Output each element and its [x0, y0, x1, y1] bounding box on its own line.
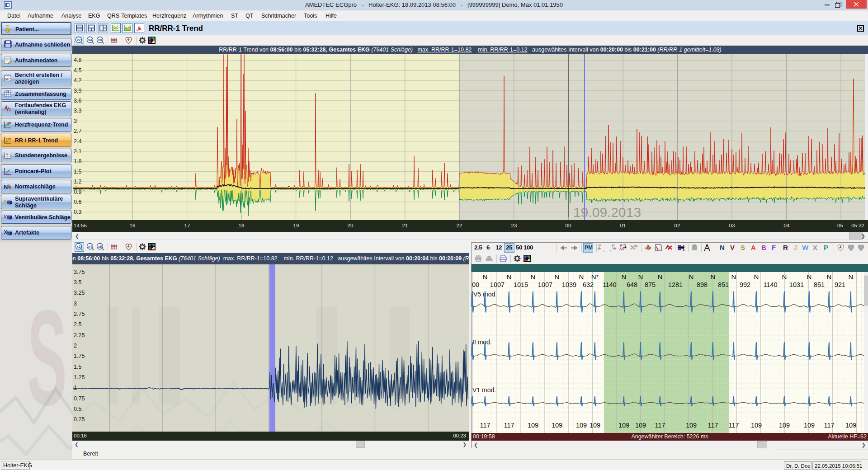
svg-text:x2: x2	[77, 244, 80, 249]
svg-text:N: N	[622, 273, 627, 281]
svg-text:648: 648	[627, 281, 637, 288]
svg-text:117: 117	[728, 422, 739, 429]
svg-text:N: N	[555, 273, 560, 281]
svg-text:1.5: 1.5	[74, 364, 81, 370]
svg-text:117: 117	[708, 422, 718, 429]
svg-text:N: N	[638, 273, 643, 281]
svg-text:3.75: 3.75	[74, 269, 85, 275]
svg-text:109: 109	[804, 422, 815, 429]
svg-text:2.5: 2.5	[74, 321, 81, 328]
svg-text:1140: 1140	[763, 281, 777, 288]
svg-text:19.09.2013: 19.09.2013	[573, 205, 641, 220]
svg-text:1.5: 1.5	[74, 169, 81, 175]
svg-text:3.9: 3.9	[74, 88, 81, 94]
svg-text:1.75: 1.75	[74, 353, 85, 359]
svg-text:109: 109	[779, 422, 790, 429]
svg-text:875: 875	[645, 281, 656, 288]
svg-text:x4: x4	[88, 244, 92, 249]
svg-text:N: N	[782, 273, 787, 281]
svg-text:1: 1	[74, 385, 77, 391]
svg-text:851: 851	[718, 281, 729, 288]
svg-text:N: N	[754, 273, 759, 281]
svg-text:N*: N*	[591, 273, 599, 281]
svg-text:3.25: 3.25	[74, 290, 85, 296]
svg-text:HR: HR	[7, 122, 11, 125]
svg-text:0.25: 0.25	[74, 416, 85, 423]
svg-text:1281: 1281	[668, 281, 683, 288]
svg-text:N: N	[807, 273, 812, 281]
svg-text:V: V	[4, 214, 7, 219]
svg-text:x8: x8	[98, 244, 102, 249]
svg-text:N: N	[689, 273, 694, 281]
svg-text:1.8: 1.8	[74, 158, 81, 164]
svg-text:109: 109	[552, 422, 562, 429]
svg-text:1015: 1015	[514, 281, 528, 288]
svg-text:109: 109	[576, 422, 587, 429]
svg-text:898: 898	[697, 281, 708, 288]
svg-text:x4: x4	[88, 38, 92, 42]
svg-text:N: N	[579, 273, 584, 281]
svg-text:4.2: 4.2	[74, 77, 81, 84]
svg-text:3: 3	[74, 301, 77, 307]
svg-text:4.5: 4.5	[74, 67, 81, 74]
svg-text:921: 921	[835, 281, 845, 288]
svg-text:1031: 1031	[789, 281, 804, 288]
svg-text:1007: 1007	[538, 281, 552, 288]
svg-text:N: N	[711, 273, 716, 281]
svg-text:2.1: 2.1	[74, 148, 81, 155]
svg-text:851: 851	[814, 281, 825, 288]
svg-text:N: N	[531, 273, 536, 281]
svg-text:N: N	[658, 273, 663, 281]
svg-text:2.75: 2.75	[74, 311, 85, 317]
svg-text:0.9: 0.9	[74, 189, 81, 195]
svg-text:992: 992	[740, 281, 750, 288]
svg-text:3.6: 3.6	[74, 98, 81, 104]
svg-text:N: N	[849, 273, 854, 281]
svg-text:3: 3	[74, 118, 77, 124]
svg-text:F: F	[7, 90, 9, 93]
svg-text:1140: 1140	[602, 281, 616, 288]
svg-text:109: 109	[635, 422, 646, 429]
svg-text:117: 117	[655, 422, 665, 429]
svg-text:S: S	[4, 199, 7, 204]
svg-text:0.6: 0.6	[74, 199, 81, 205]
svg-text:1039: 1039	[562, 281, 576, 288]
svg-text:x2: x2	[77, 38, 80, 42]
svg-text:2.4: 2.4	[74, 138, 81, 145]
svg-text:RRI: RRI	[6, 137, 11, 140]
svg-text:109: 109	[751, 422, 762, 429]
svg-text:00: 00	[472, 281, 479, 288]
svg-text:2: 2	[74, 343, 77, 349]
svg-text:N: N	[507, 273, 512, 281]
svg-text:N: N	[731, 273, 736, 281]
svg-text:N: N	[4, 183, 8, 190]
svg-text:V1 mod.: V1 mod.	[472, 386, 496, 394]
svg-text:x8: x8	[98, 38, 102, 42]
svg-text:109: 109	[845, 422, 856, 429]
svg-text:3.3: 3.3	[74, 108, 81, 114]
svg-text:117: 117	[480, 422, 490, 429]
svg-text:0.75: 0.75	[74, 395, 85, 402]
svg-text:II mod.: II mod.	[472, 338, 492, 346]
svg-text:117: 117	[824, 422, 834, 429]
svg-text:117: 117	[504, 422, 514, 429]
svg-text:0.5: 0.5	[74, 406, 81, 412]
svg-text:109: 109	[618, 422, 629, 429]
svg-text:0.3: 0.3	[74, 209, 81, 215]
svg-text:4.8: 4.8	[74, 57, 81, 63]
svg-text:632: 632	[583, 281, 594, 288]
svg-text:N: N	[827, 273, 832, 281]
svg-text:109: 109	[528, 422, 538, 429]
svg-text:1.25: 1.25	[74, 374, 85, 381]
svg-text:109: 109	[686, 422, 697, 429]
svg-text:3.5: 3.5	[74, 279, 81, 286]
svg-text:2.7: 2.7	[74, 128, 81, 134]
svg-text:2.25: 2.25	[74, 332, 85, 338]
svg-text:1007: 1007	[490, 281, 505, 288]
svg-text:N: N	[483, 273, 488, 281]
svg-text:1.2: 1.2	[74, 179, 81, 185]
svg-text:109: 109	[590, 422, 600, 429]
